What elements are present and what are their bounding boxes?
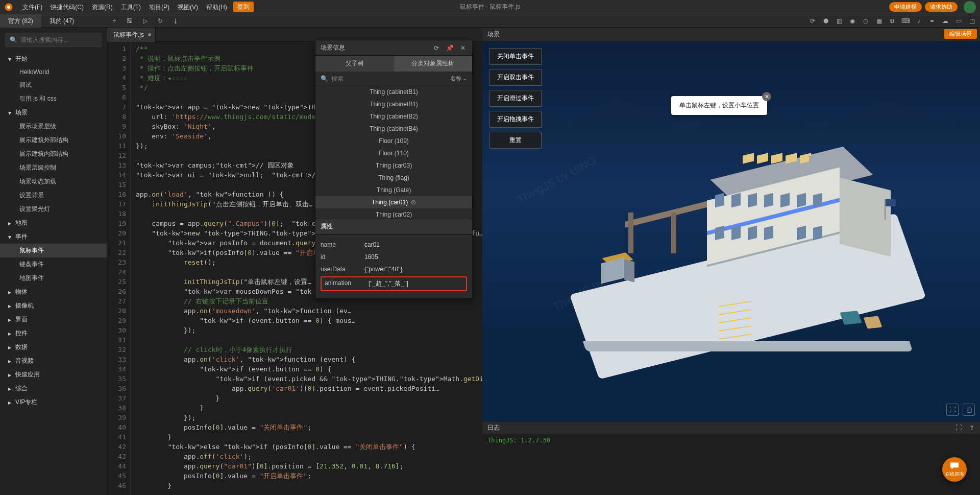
tab-class-tree[interactable]: 分类对象属性树 xyxy=(394,56,473,72)
close-tooltip-icon[interactable]: ✕ xyxy=(762,92,771,101)
menu-project[interactable]: 项目(P) xyxy=(145,0,174,14)
scene-list-item[interactable]: Thing (cabinetB1) xyxy=(315,98,472,110)
tree-item[interactable]: 引用 js 和 css xyxy=(0,92,107,106)
file-tab[interactable]: 鼠标事件.js xyxy=(107,28,156,42)
new-file-icon[interactable]: ＋ xyxy=(110,17,118,25)
tab-parent-tree[interactable]: 父子树 xyxy=(315,56,394,72)
sidebar-search[interactable]: 🔍 xyxy=(5,33,102,47)
editor-toolbar: ＋ 🖫 ▷ ↻ ⭳ ⟳ ⬢ ▥ ◉ ◷ ▦ ⧉ ⌨ ♪ ⚭ ☁ ▭ ◫ xyxy=(107,17,980,25)
tree-group-label: 摄像机 xyxy=(15,301,34,310)
tree-group[interactable]: ▸摄像机 xyxy=(0,299,107,313)
action-button[interactable]: 开启滑过事件 xyxy=(489,90,542,107)
tree-item[interactable]: 调试 xyxy=(0,78,107,92)
tree-group[interactable]: ▸综合 xyxy=(0,382,107,395)
3d-viewport[interactable]: ThingJS by UINO ThingJS by UINO ThingJS … xyxy=(482,41,980,421)
tree-item[interactable]: HelloWorld xyxy=(0,66,107,78)
clock-icon[interactable]: ◷ xyxy=(862,17,870,25)
request-assist-button[interactable]: 请求协助 xyxy=(925,2,958,12)
tree-group[interactable]: ▸物体 xyxy=(0,285,107,299)
action-button[interactable]: 开启拖拽事件 xyxy=(489,111,542,128)
action-button[interactable]: 重置 xyxy=(489,132,542,149)
tab-mine[interactable]: 我的 (47) xyxy=(41,14,83,28)
tree-group[interactable]: ▸控件 xyxy=(0,326,107,340)
tree-group[interactable]: ▸界面 xyxy=(0,313,107,326)
log-tab[interactable]: 日志 xyxy=(487,423,500,432)
scene-list-item[interactable]: Thing (car02) xyxy=(315,208,472,219)
download-icon[interactable]: ⭳ xyxy=(172,17,180,25)
tree-group[interactable]: ▸音视频 xyxy=(0,354,107,368)
tree-item[interactable]: 展示建筑外部结构 xyxy=(0,133,107,147)
scene-list-item[interactable]: Floor (110) xyxy=(315,147,472,159)
tab-official[interactable]: 官方 (82) xyxy=(0,14,41,28)
log-expand-icon[interactable]: ⛶ xyxy=(954,423,963,432)
scene-list-item[interactable]: Thing (cabinetB1) xyxy=(315,86,472,98)
refresh-icon[interactable]: ⟳ xyxy=(808,17,817,25)
tree-group[interactable]: ▾开始 xyxy=(0,52,107,66)
music-icon[interactable]: ♪ xyxy=(915,17,923,25)
scene-list-item[interactable]: Floor (109) xyxy=(315,135,472,147)
scene-list-item[interactable]: Thing (flag) xyxy=(315,172,472,184)
scene-list-item[interactable]: Thing (cabinetB2) xyxy=(315,110,472,123)
tree-group[interactable]: ▾事件 xyxy=(0,230,107,244)
cloud-icon[interactable]: ☁ xyxy=(941,17,949,25)
redo-icon[interactable]: ↻ xyxy=(156,17,164,25)
tree-item[interactable]: 设置聚光灯 xyxy=(0,202,107,216)
scene-list-item[interactable]: Thing (cabinetB4) xyxy=(315,123,472,135)
tree-group[interactable]: ▾场景 xyxy=(0,106,107,120)
device-icon[interactable]: ▭ xyxy=(954,17,963,25)
scene-search-input[interactable] xyxy=(331,75,447,82)
pin-panel-icon[interactable]: 📌 xyxy=(446,44,454,52)
expand-view-icon[interactable]: ⛶ xyxy=(946,404,959,416)
run-icon[interactable]: ▷ xyxy=(141,17,149,25)
tree-group[interactable]: ▸快速应用 xyxy=(0,368,107,382)
log-upload-icon[interactable]: ⇪ xyxy=(968,423,976,432)
save-icon[interactable]: 🖫 xyxy=(126,17,134,25)
code-icon[interactable]: ⌨ xyxy=(901,17,910,25)
tree-item[interactable]: 设置背景 xyxy=(0,188,107,202)
scene-action-buttons: 关闭单击事件开启双击事件开启滑过事件开启拖拽事件重置 xyxy=(489,48,542,149)
menu-view[interactable]: 视图(V) xyxy=(174,0,202,14)
scene-list-item[interactable]: Thing (Gate) xyxy=(315,184,472,196)
tree-item[interactable]: 鼠标事件 xyxy=(0,244,107,257)
fit-view-icon[interactable]: ◰ xyxy=(963,404,975,416)
scene-list-item[interactable]: Thing (car03) xyxy=(315,159,472,172)
action-button[interactable]: 开启双击事件 xyxy=(489,69,542,86)
sidebar-search-input[interactable] xyxy=(20,36,97,43)
menu-code[interactable]: 快捷代码(C) xyxy=(46,0,88,14)
panel-icon[interactable]: ◫ xyxy=(968,17,976,25)
copy-icon[interactable]: ⧉ xyxy=(888,17,896,25)
user-avatar[interactable] xyxy=(964,1,976,13)
edit-scene-button[interactable]: 编辑场景 xyxy=(944,29,977,39)
file-tab-label: 鼠标事件.js xyxy=(113,31,144,38)
globe-icon[interactable]: ◉ xyxy=(848,17,856,25)
tree-item[interactable]: 场景动态加载 xyxy=(0,175,107,188)
scene-search-mode[interactable]: 名称 ⌄ xyxy=(450,75,467,82)
menu-file[interactable]: 文件(F) xyxy=(18,0,46,14)
tree-group-label: 快速应用 xyxy=(15,370,40,379)
tree-item[interactable]: 展示场景层级 xyxy=(0,120,107,133)
menu-tool[interactable]: 工具(T) xyxy=(117,0,145,14)
car-object[interactable] xyxy=(864,316,883,328)
tree-group[interactable]: ▸地图 xyxy=(0,216,107,230)
tree-group[interactable]: ▸数据 xyxy=(0,340,107,354)
sign-in-button[interactable]: 签到 xyxy=(233,2,254,12)
line-gutter: 1234567891011121314151617181920212223242… xyxy=(107,42,131,495)
menu-help[interactable]: 帮助(H) xyxy=(202,0,231,14)
refresh-panel-icon[interactable]: ⟳ xyxy=(432,44,440,52)
tree-item[interactable]: 场景层级控制 xyxy=(0,161,107,175)
layers-icon[interactable]: ▥ xyxy=(835,17,843,25)
scene-list-item[interactable]: Thing (car01) xyxy=(315,196,472,208)
close-panel-icon[interactable]: ✕ xyxy=(459,44,467,52)
tree-item[interactable]: 展示建筑内部结构 xyxy=(0,147,107,161)
cube-icon[interactable]: ⬢ xyxy=(822,17,830,25)
tree-group[interactable]: ▸VIP专栏 xyxy=(0,395,107,409)
tree-item[interactable]: 地图事件 xyxy=(0,271,107,285)
action-button[interactable]: 关闭单击事件 xyxy=(489,48,542,65)
tree-item[interactable]: 键盘事件 xyxy=(0,257,107,271)
chat-fab[interactable]: 在线咨询 xyxy=(942,457,967,482)
scene-tab[interactable]: 场景 xyxy=(487,30,500,39)
menu-resource[interactable]: 资源(R) xyxy=(88,0,117,14)
share-icon[interactable]: ⚭ xyxy=(928,17,936,25)
request-model-button[interactable]: 申请建模 xyxy=(889,2,922,12)
grid-icon[interactable]: ▦ xyxy=(875,17,883,25)
